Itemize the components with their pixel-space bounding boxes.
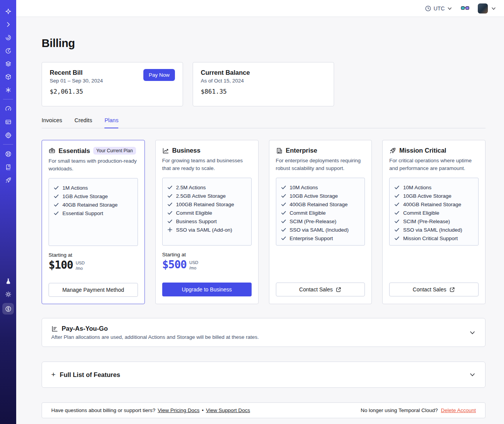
contact-sales-button[interactable]: Contact Sales	[276, 283, 365, 296]
payg-section[interactable]: Pay-As-You-Go After Plan allocations are…	[42, 318, 486, 347]
feature-item: Essential Support	[54, 209, 133, 217]
sidebar-divider	[3, 144, 13, 145]
flask-icon[interactable]	[0, 274, 16, 288]
feature-item: 400GB Retained Storage	[281, 200, 360, 209]
feature-item: Commit Eligible	[394, 209, 474, 217]
feature-box: 10M Actions 10GB Active Storage 400GB Re…	[276, 178, 365, 246]
feature-item: 40GB Retained Storage	[54, 200, 133, 209]
chevron-down-icon	[491, 6, 496, 11]
avatar	[478, 3, 488, 13]
upgrade-business-button[interactable]: Upgrade to Business	[162, 283, 252, 296]
check-icon	[167, 219, 173, 224]
sun-icon[interactable]	[0, 288, 16, 301]
sparkle-icon[interactable]	[0, 5, 16, 18]
card-icon[interactable]	[0, 115, 16, 128]
feature-item: 400GB Retained Storage	[394, 200, 474, 209]
plan-description: For small teams with production-ready wo…	[49, 157, 138, 172]
support-docs-link[interactable]: View Support Docs	[206, 407, 250, 413]
plan-name: Mission Critical	[399, 147, 446, 154]
summary-row: Recent Bill Sep 01 – Sep 30, 2024 Pay No…	[42, 62, 486, 106]
chevron-down-icon	[469, 329, 476, 336]
check-icon	[167, 202, 173, 207]
toolbox-icon	[49, 147, 55, 154]
period-label: /mo	[76, 266, 84, 271]
feature-item: SSO via SAML (Included)	[394, 225, 474, 234]
plan-description: For critical operations where uptime and…	[389, 157, 479, 172]
cube-icon[interactable]	[0, 70, 16, 83]
gear-icon[interactable]	[0, 128, 16, 141]
check-icon	[281, 227, 286, 232]
current-plan-badge: Your Current Plan	[93, 147, 136, 155]
starting-at-label: Starting at	[162, 252, 252, 257]
price-block: Starting at $500 USD/mo	[162, 252, 252, 283]
chevron-down-icon	[447, 6, 452, 11]
sidebar	[0, 0, 16, 424]
lifebuoy-icon[interactable]	[0, 147, 16, 160]
tab-plans[interactable]: Plans	[104, 117, 118, 128]
check-icon	[167, 210, 173, 215]
feature-item: Mission Critical Support	[394, 234, 474, 242]
feature-box: 1M Actions 1GB Active Storage 40GB Retai…	[49, 178, 138, 246]
check-icon	[394, 227, 400, 232]
tab-credits[interactable]: Credits	[74, 117, 92, 128]
delete-account-link[interactable]: Delete Account	[441, 407, 476, 413]
page-title: Billing	[42, 37, 486, 50]
plan-name: Enterprise	[286, 147, 318, 154]
feature-item: SSO via SAML (Included)	[281, 225, 360, 234]
user-menu[interactable]	[478, 3, 496, 13]
timezone-label: UTC	[433, 5, 445, 12]
feature-item: 1M Actions	[54, 183, 133, 192]
feature-item: 10GB Active Storage	[394, 192, 474, 200]
feature-item: Commit Eligible	[281, 209, 360, 217]
current-balance-date: As of Oct 15, 2024	[201, 78, 326, 84]
recent-bill-title: Recent Bill	[50, 69, 103, 76]
timezone-selector[interactable]: UTC	[425, 5, 452, 12]
contact-sales-button[interactable]: Contact Sales	[389, 283, 479, 296]
plus-icon: +	[51, 370, 55, 379]
check-icon	[394, 193, 400, 199]
rates-icon	[51, 325, 58, 332]
docs-icon[interactable]	[0, 160, 16, 173]
plan-name: Essentials	[59, 147, 90, 155]
pricing-docs-link[interactable]: View Pricing Docs	[158, 407, 200, 413]
asterisk-icon[interactable]	[0, 83, 16, 96]
timer-icon[interactable]	[0, 44, 16, 57]
layers-icon[interactable]	[0, 57, 16, 70]
check-icon	[394, 236, 400, 241]
building-icon	[276, 147, 283, 154]
check-icon	[281, 202, 286, 207]
billing-icon[interactable]	[2, 303, 14, 315]
feature-item: Business Support	[167, 217, 247, 225]
current-balance-card: Current Balance As of Oct 15, 2024 $861.…	[193, 62, 334, 106]
manage-payment-button[interactable]: Manage Payment Method	[49, 283, 138, 297]
plan-price: $500	[162, 258, 186, 271]
check-icon	[394, 210, 400, 215]
chart-icon	[162, 147, 169, 154]
plan-price: $100	[49, 259, 73, 271]
spiral-icon[interactable]	[0, 31, 16, 44]
tab-invoices[interactable]: Invoices	[42, 117, 62, 128]
feature-item: Enterprise Support	[281, 234, 360, 242]
recent-bill-period: Sep 01 – Sep 30, 2024	[50, 78, 103, 84]
full-features-section[interactable]: + Full List of Features	[42, 362, 486, 388]
payg-description: After Plan allocations are used, additio…	[51, 334, 259, 340]
check-icon	[394, 202, 400, 207]
recent-bill-card: Recent Bill Sep 01 – Sep 30, 2024 Pay No…	[42, 62, 183, 106]
price-block-empty	[276, 252, 365, 283]
check-icon	[281, 210, 286, 215]
plan-name: Business	[172, 147, 200, 154]
glasses-icon[interactable]	[461, 6, 469, 11]
feature-item: 10M Actions	[281, 183, 360, 192]
chevron-right-icon[interactable]	[0, 18, 16, 31]
rocket-icon[interactable]	[0, 173, 16, 187]
clock-icon	[425, 5, 431, 12]
check-icon	[54, 193, 59, 199]
starting-at-label: Starting at	[49, 252, 138, 258]
feature-item: SSO via SAML (Add-on)	[167, 225, 247, 234]
plan-card-business: Business For growing teams and businesse…	[155, 140, 259, 304]
gauge-icon[interactable]	[0, 102, 16, 115]
pay-now-button[interactable]: Pay Now	[143, 69, 175, 81]
billing-footer: Have questions about billing or support …	[42, 402, 486, 418]
topbar: UTC	[16, 0, 504, 17]
check-icon	[281, 219, 286, 224]
